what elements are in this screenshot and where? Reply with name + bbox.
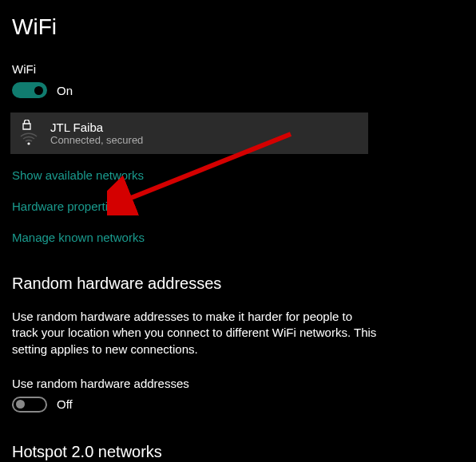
wifi-toggle[interactable]	[12, 82, 47, 98]
wifi-secured-icon	[20, 121, 39, 145]
page-title: WiFi	[12, 14, 464, 40]
random-hardware-toggle-label: Use random hardware addresses	[12, 377, 464, 390]
network-status: Connected, secured	[50, 134, 143, 146]
manage-known-networks-link[interactable]: Manage known networks	[12, 231, 464, 244]
random-hardware-toggle-state: Off	[57, 397, 73, 411]
hardware-properties-link[interactable]: Hardware properties	[12, 199, 464, 213]
connected-network-card[interactable]: JTL Faiba Connected, secured	[10, 113, 368, 154]
random-hardware-toggle[interactable]	[12, 397, 47, 413]
random-hardware-description: Use random hardware addresses to make it…	[12, 309, 379, 357]
svg-point-0	[27, 142, 30, 144]
network-name: JTL Faiba	[50, 120, 143, 134]
hotspot-heading: Hotspot 2.0 networks	[12, 443, 464, 461]
show-available-networks-link[interactable]: Show available networks	[12, 168, 464, 182]
wifi-toggle-state: On	[57, 84, 73, 97]
random-hardware-heading: Random hardware addresses	[12, 274, 464, 293]
wifi-section-label: WiFi	[12, 62, 464, 76]
